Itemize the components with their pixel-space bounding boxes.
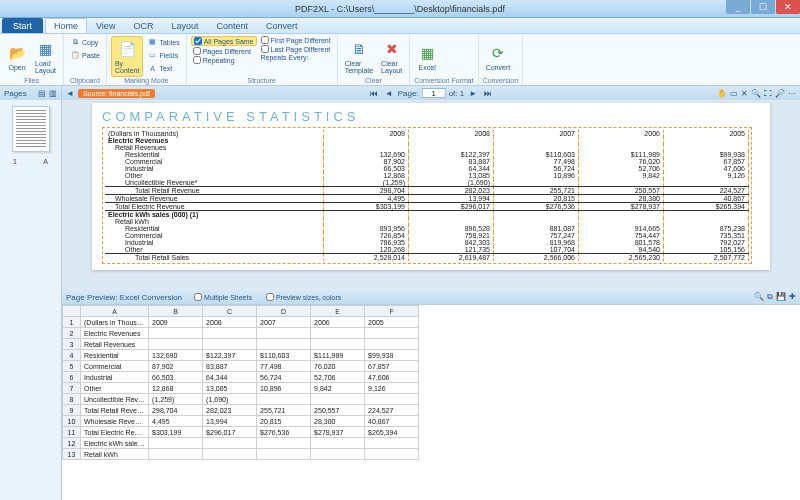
preview-header: Page Preview: Excel Conversion Multiple … [62, 290, 800, 304]
next-page-button[interactable]: ► [467, 88, 479, 98]
ribbon: 📂Open ▦Load Layout Files ⧉Copy 📋Paste Cl… [0, 34, 800, 86]
preview-copy-icon[interactable]: ⧉ [767, 292, 773, 302]
excel-preview[interactable]: ABCDEF1(Dollars in Thous…200920082007200… [62, 304, 800, 500]
pages-different-check[interactable]: Pages Different [191, 47, 257, 55]
preview-new-icon[interactable]: ✚ [789, 292, 796, 302]
page-thumbnail[interactable] [12, 106, 50, 152]
load-layout-button[interactable]: ▦Load Layout [32, 36, 59, 77]
repeats-every-label: Repeats Every: [259, 54, 333, 61]
group-structure-label: Structure [191, 77, 333, 84]
group-conversion-label: Conversion [483, 77, 518, 84]
last-page-button[interactable]: ⏭ [482, 88, 494, 98]
tab-ocr[interactable]: OCR [124, 18, 162, 33]
group-clipboard-label: Clipboard [68, 77, 102, 84]
doc-table: (Dollars in Thousands)200920082007200620… [105, 130, 749, 261]
thumb-label-1: 1 [13, 158, 17, 165]
convert-button[interactable]: ⟳Convert [483, 36, 514, 77]
open-button[interactable]: 📂Open [4, 36, 30, 77]
paste-button[interactable]: 📋Paste [68, 49, 102, 61]
repeating-check[interactable]: Repeating [191, 56, 257, 64]
pages-grid-icon[interactable]: ▥ [49, 89, 57, 98]
close-button[interactable]: ✕ [776, 0, 800, 14]
page-nav: ⏮ ◄ Page: of: 1 ► ⏭ [368, 88, 494, 98]
text-icon: A [147, 63, 157, 73]
ribbon-tabs: Start Home View OCR Layout Content Conve… [0, 18, 800, 34]
pages-title: Pages [4, 89, 27, 98]
page-of-label: of: 1 [449, 89, 465, 98]
source-bar: ◄ Source: financials.pdf ⏮ ◄ Page: of: 1… [62, 86, 800, 100]
tool-more-icon[interactable]: ⋯ [788, 89, 796, 98]
table-icon: ▦ [147, 37, 157, 47]
group-files-label: Files [4, 77, 59, 84]
all-pages-same-check[interactable]: All Pages Same [191, 36, 257, 46]
clear-layout-button[interactable]: ✖Clear Layout [378, 36, 405, 77]
tab-content[interactable]: Content [207, 18, 257, 33]
maximize-button[interactable]: ☐ [751, 0, 775, 14]
pages-sidebar: Pages▤▥ 1A [0, 86, 62, 500]
prev-page-button[interactable]: ◄ [383, 88, 395, 98]
clear-template-button[interactable]: 🗎Clear Template [342, 36, 376, 77]
layout-icon: ▦ [36, 39, 56, 59]
folder-open-icon: 📂 [7, 43, 27, 63]
tool-select-icon[interactable]: ▭ [730, 89, 738, 98]
by-content-button[interactable]: 📄By Content [111, 36, 144, 77]
preview-title: Page Preview: Excel Conversion [66, 293, 182, 302]
tab-home[interactable]: Home [45, 18, 87, 33]
window-title: PDF2XL - C:\Users\________\Desktop\finan… [295, 4, 505, 14]
page-input[interactable] [422, 88, 446, 98]
title-bar: PDF2XL - C:\Users\________\Desktop\finan… [0, 0, 800, 18]
field-icon: ▭ [147, 50, 157, 60]
tab-convert[interactable]: Convert [257, 18, 307, 33]
first-diff-check[interactable]: First Page Different [259, 36, 333, 44]
first-page-button[interactable]: ⏮ [368, 88, 380, 98]
tab-view[interactable]: View [87, 18, 124, 33]
group-marking-label: Marking Mode [111, 77, 182, 84]
excel-format-button[interactable]: ▦Excel [414, 36, 440, 77]
preview-sizes-check[interactable]: Preview sizes, colors [264, 293, 343, 301]
multiple-sheets-check[interactable]: Multiple Sheets [192, 293, 254, 301]
convert-icon: ⟳ [488, 43, 508, 63]
tool-cross-icon[interactable]: ✕ [741, 89, 748, 98]
fields-button[interactable]: ▭Fields [145, 49, 181, 61]
document-view[interactable]: COMPARATIVE STATISTICS (Dollars in Thous… [62, 100, 800, 290]
zoom-fit-icon[interactable]: ⛶ [764, 89, 772, 98]
paste-icon: 📋 [70, 50, 80, 60]
minimize-button[interactable]: _ [726, 0, 750, 14]
clear-layout-icon: ✖ [382, 39, 402, 59]
clear-template-icon: 🗎 [349, 39, 369, 59]
preview-zoom-icon[interactable]: 🔍 [754, 292, 764, 302]
preview-save-icon[interactable]: 💾 [776, 292, 786, 302]
excel-icon: ▦ [417, 43, 437, 63]
source-prev-icon[interactable]: ◄ [66, 89, 74, 98]
group-clear-label: Clear [342, 77, 405, 84]
copy-button[interactable]: ⧉Copy [68, 36, 102, 48]
content-icon: 📄 [117, 39, 137, 59]
source-tab[interactable]: Source: financials.pdf [78, 89, 155, 98]
page-label: Page: [398, 89, 419, 98]
doc-heading: COMPARATIVE STATISTICS [102, 109, 752, 124]
zoom-in-icon[interactable]: 🔎 [775, 89, 785, 98]
copy-icon: ⧉ [70, 37, 80, 47]
tables-button[interactable]: ▦Tables [145, 36, 181, 48]
tab-start[interactable]: Start [2, 18, 43, 33]
grid-table: ABCDEF1(Dollars in Thous…200920082007200… [62, 305, 419, 460]
tool-hand-icon[interactable]: ✋ [717, 89, 727, 98]
tab-layout[interactable]: Layout [162, 18, 207, 33]
pages-list-icon[interactable]: ▤ [38, 89, 46, 98]
last-diff-check[interactable]: Last Page Different [259, 45, 333, 53]
thumb-label-a: A [43, 158, 48, 165]
group-convfmt-label: Conversion Format [414, 77, 474, 84]
zoom-out-icon[interactable]: 🔍 [751, 89, 761, 98]
text-button[interactable]: AText [145, 62, 181, 74]
